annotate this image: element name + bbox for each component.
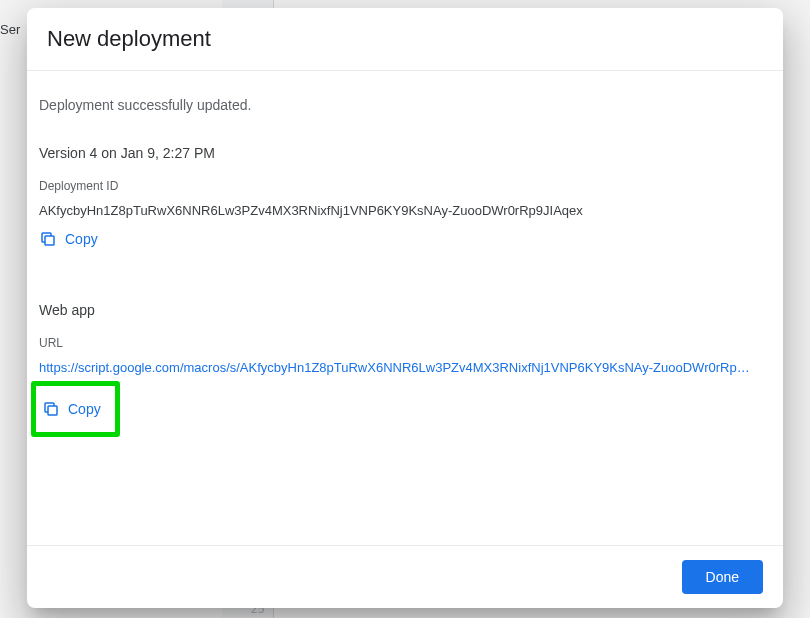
done-button[interactable]: Done — [682, 560, 763, 594]
deployment-id-label: Deployment ID — [37, 179, 763, 193]
dialog-footer: Done — [27, 545, 783, 608]
dialog-body: Deployment successfully updated. Version… — [27, 71, 783, 545]
copy-icon — [39, 230, 57, 248]
new-deployment-dialog: New deployment Deployment successfully u… — [27, 8, 783, 608]
copy-deployment-id-button[interactable]: Copy — [37, 224, 106, 254]
copy-icon — [42, 400, 60, 418]
webapp-heading: Web app — [37, 302, 763, 318]
status-message: Deployment successfully updated. — [37, 81, 763, 121]
deployment-id-value: AKfycbyHn1Z8pTuRwX6NNR6Lw3PZv4MX3RNixfNj… — [37, 203, 763, 218]
webapp-url-label: URL — [37, 336, 763, 350]
svg-rect-1 — [48, 406, 57, 415]
dialog-header: New deployment — [27, 8, 783, 71]
webapp-url-value[interactable]: https://script.google.com/macros/s/AKfyc… — [37, 360, 763, 375]
copy-webapp-url-highlight: Copy — [31, 381, 120, 437]
copy-webapp-url-button[interactable]: Copy — [40, 394, 109, 424]
version-heading: Version 4 on Jan 9, 2:27 PM — [37, 145, 763, 161]
copy-deployment-id-label: Copy — [65, 231, 98, 247]
copy-webapp-url-label: Copy — [68, 401, 101, 417]
dialog-title: New deployment — [47, 26, 763, 52]
svg-rect-0 — [45, 236, 54, 245]
